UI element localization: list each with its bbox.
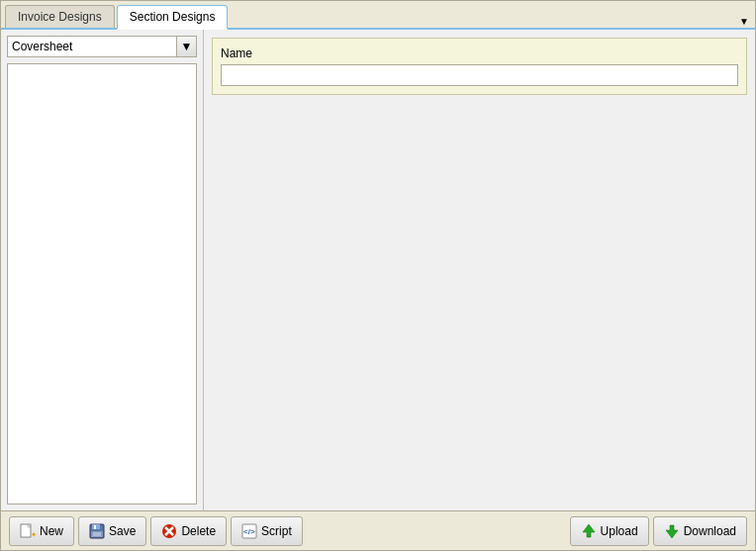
coversheet-dropdown-button[interactable]: ▼ bbox=[177, 36, 197, 57]
main-container: Invoice Designs Section Designs ▼ Covers… bbox=[0, 0, 756, 551]
download-icon bbox=[664, 523, 680, 539]
left-panel: Coversheet ▼ bbox=[1, 30, 204, 510]
new-button[interactable]: ✦ New bbox=[9, 516, 74, 546]
tab-section-designs[interactable]: Section Designs bbox=[117, 5, 229, 30]
delete-icon bbox=[161, 523, 177, 539]
svg-text:✦: ✦ bbox=[31, 531, 36, 538]
tab-dropdown-arrow-icon[interactable]: ▼ bbox=[737, 14, 751, 28]
tab-invoice-designs[interactable]: Invoice Designs bbox=[5, 5, 115, 28]
delete-button[interactable]: Delete bbox=[150, 516, 227, 546]
script-button[interactable]: </> Script bbox=[231, 516, 303, 546]
svg-marker-15 bbox=[666, 525, 678, 538]
name-input[interactable] bbox=[221, 64, 738, 86]
svg-rect-6 bbox=[94, 525, 96, 529]
section-list-box[interactable] bbox=[7, 63, 197, 505]
svg-marker-14 bbox=[583, 524, 595, 537]
svg-text:</>: </> bbox=[243, 527, 255, 536]
upload-icon bbox=[581, 523, 597, 539]
download-label: Download bbox=[684, 524, 736, 538]
save-label: Save bbox=[109, 524, 136, 538]
coversheet-dropdown-wrapper: Coversheet ▼ bbox=[7, 36, 197, 57]
delete-label: Delete bbox=[181, 524, 216, 538]
script-icon: </> bbox=[241, 523, 257, 539]
save-button[interactable]: Save bbox=[78, 516, 146, 546]
download-button[interactable]: Download bbox=[653, 516, 747, 546]
svg-rect-8 bbox=[93, 532, 101, 536]
coversheet-select[interactable]: Coversheet bbox=[7, 36, 177, 57]
upload-button[interactable]: Upload bbox=[570, 516, 649, 546]
script-label: Script bbox=[261, 524, 292, 538]
right-panel: Name bbox=[204, 30, 755, 510]
coversheet-dropdown-arrow-icon: ▼ bbox=[181, 40, 193, 53]
name-section: Name bbox=[212, 38, 747, 95]
save-icon bbox=[89, 523, 105, 539]
tab-bar: Invoice Designs Section Designs ▼ bbox=[1, 1, 755, 30]
bottom-toolbar: ✦ New Save bbox=[1, 510, 755, 550]
content-area: Coversheet ▼ Name bbox=[1, 30, 755, 510]
new-label: New bbox=[40, 524, 63, 538]
new-icon: ✦ bbox=[20, 523, 36, 539]
name-label: Name bbox=[221, 46, 738, 60]
upload-label: Upload bbox=[601, 524, 638, 538]
tab-bar-right: ▼ bbox=[737, 14, 755, 28]
